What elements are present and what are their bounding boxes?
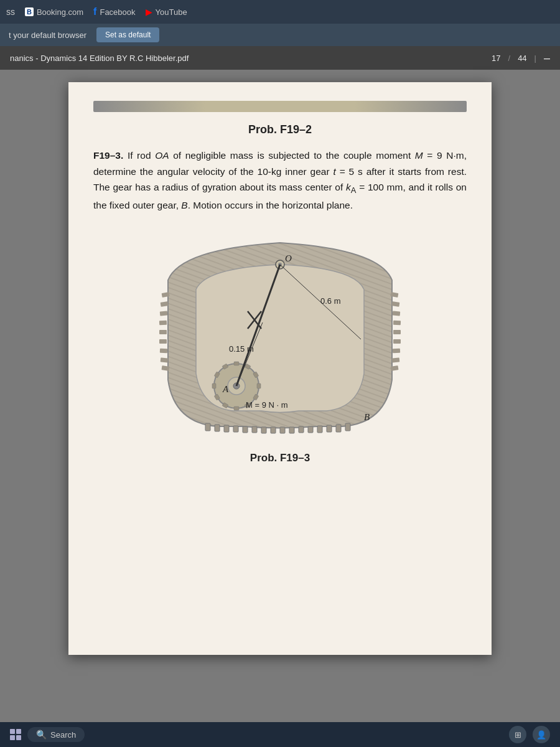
- svg-rect-6: [243, 426, 248, 433]
- taskbar-search-icon: 🔍: [36, 730, 47, 740]
- svg-rect-34: [392, 358, 400, 363]
- taskbar-icon-1[interactable]: ⊞: [509, 726, 526, 743]
- tab-ss[interactable]: ss: [6, 7, 15, 17]
- notification-text: t your default browser: [9, 31, 86, 40]
- svg-rect-21: [159, 321, 167, 326]
- svg-rect-2: [205, 423, 210, 431]
- svg-rect-30: [393, 321, 401, 326]
- svg-rect-15: [327, 425, 332, 432]
- notification-bar: t your default browser Set as default: [0, 24, 560, 46]
- moment-label-text: M = 9 N · m: [246, 400, 288, 410]
- svg-rect-39: [257, 383, 261, 388]
- svg-rect-36: [234, 362, 239, 365]
- svg-rect-31: [393, 330, 401, 334]
- svg-rect-7: [252, 426, 257, 433]
- start-menu-button[interactable]: [10, 729, 21, 740]
- svg-rect-9: [271, 427, 276, 433]
- pdf-page-info: 17 / 44 | –: [492, 52, 550, 65]
- taskbar-right: ⊞ 👤: [509, 726, 550, 743]
- svg-rect-20: [160, 311, 168, 316]
- tab-youtube-label: YouTube: [156, 7, 187, 17]
- problem-text-main: If rod OA of negligible mass is subjecte…: [93, 150, 467, 210]
- pdf-page: Prob. F19–2 F19–3. If rod OA of negligib…: [68, 82, 492, 655]
- taskbar-left: 🔍 Search: [10, 727, 85, 742]
- svg-rect-4: [224, 425, 229, 432]
- gear-diagram: O A B 0.15 m 0.6 m M = 9 N · m: [149, 230, 411, 442]
- dim-label-015: 0.15 m: [229, 344, 254, 354]
- prob-f19-2-title: Prob. F19–2: [93, 123, 467, 136]
- grid-cell-3: [10, 735, 15, 740]
- youtube-icon: ▶: [146, 7, 152, 17]
- pdf-divider-bar: |: [534, 54, 536, 63]
- set-default-button[interactable]: Set as default: [96, 27, 159, 42]
- booking-icon: B: [25, 7, 34, 16]
- svg-rect-29: [393, 311, 401, 316]
- grid-cell-4: [16, 735, 21, 740]
- svg-rect-22: [159, 330, 167, 334]
- svg-rect-8: [261, 427, 266, 433]
- taskbar-icon-2[interactable]: 👤: [533, 726, 550, 743]
- taskbar-search-bar[interactable]: 🔍 Search: [27, 727, 85, 742]
- page-top-decoration: [93, 101, 467, 112]
- svg-rect-13: [308, 426, 313, 433]
- gear-diagram-svg: O A B 0.15 m 0.6 m M = 9 N · m: [149, 230, 411, 442]
- svg-rect-3: [215, 425, 220, 431]
- grid-cell-1: [10, 729, 15, 734]
- svg-rect-28: [392, 301, 400, 307]
- svg-rect-23: [159, 339, 167, 344]
- pdf-toolbar: nanics - Dynamics 14 Edition BY R.C Hibb…: [0, 46, 560, 70]
- problem-text-block: F19–3. If rod OA of negligible mass is s…: [93, 148, 467, 213]
- svg-rect-32: [393, 339, 401, 344]
- taskbar-search-label: Search: [50, 730, 76, 740]
- tab-youtube[interactable]: ▶ YouTube: [146, 7, 187, 17]
- problem-label: F19–3.: [93, 150, 123, 161]
- browser-tab-bar: ss B Booking.com f Facebook ▶ YouTube: [0, 0, 560, 24]
- pdf-title: nanics - Dynamics 14 Edition BY R.C Hibb…: [10, 54, 189, 63]
- svg-rect-17: [345, 423, 350, 431]
- svg-rect-16: [336, 425, 341, 432]
- facebook-icon: f: [93, 6, 96, 17]
- dim-label-06: 0.6 m: [320, 296, 341, 306]
- label-b-text: B: [364, 412, 370, 422]
- tab-booking-label: Booking.com: [37, 7, 83, 17]
- svg-rect-24: [160, 349, 167, 354]
- svg-rect-10: [280, 427, 285, 433]
- svg-rect-25: [161, 358, 169, 363]
- label-o-text: O: [285, 253, 292, 263]
- svg-rect-5: [233, 426, 238, 432]
- pdf-page-total: 44: [518, 54, 526, 63]
- pdf-zoom-minus[interactable]: –: [544, 52, 550, 65]
- svg-rect-14: [317, 426, 322, 433]
- svg-rect-45: [212, 383, 216, 388]
- taskbar: 🔍 Search ⊞ 👤: [0, 722, 560, 747]
- svg-rect-42: [234, 406, 239, 410]
- svg-rect-12: [299, 426, 304, 433]
- svg-rect-19: [161, 301, 169, 307]
- content-area: Prob. F19–2 F19–3. If rod OA of negligib…: [0, 70, 560, 722]
- pdf-page-current: 17: [492, 54, 500, 63]
- tab-booking[interactable]: B Booking.com: [25, 7, 83, 17]
- tab-facebook-label: Facebook: [100, 7, 135, 17]
- pdf-page-separator: /: [508, 54, 511, 63]
- ss-icon: ss: [6, 7, 15, 17]
- prob-f19-3-title: Prob. F19–3: [93, 452, 467, 464]
- label-a-text: A: [222, 384, 229, 394]
- grid-cell-2: [16, 729, 21, 734]
- svg-rect-33: [393, 349, 400, 354]
- svg-rect-11: [289, 427, 294, 433]
- tab-facebook[interactable]: f Facebook: [93, 6, 135, 17]
